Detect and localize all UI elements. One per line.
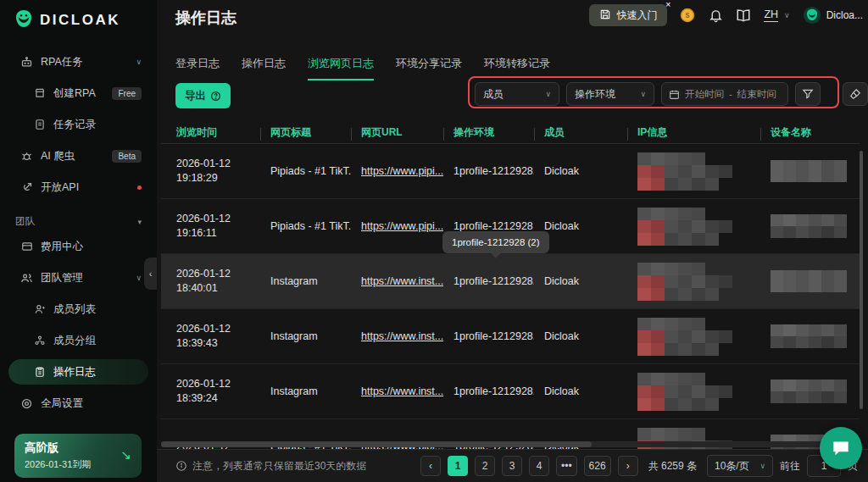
sidebar-item-team-management[interactable]: 团队管理 ∨ xyxy=(8,265,148,291)
chat-bubble-icon xyxy=(830,437,852,459)
page-button-1[interactable]: 1 xyxy=(448,456,468,476)
svg-text:$: $ xyxy=(686,11,690,19)
filter-bar: 成员 ∨ 操作环境 ∨ 开始时间 - 结束时间 xyxy=(475,82,821,106)
plan-expiry: 2026-01-31到期 xyxy=(25,458,131,471)
cell-member: Dicloak xyxy=(534,385,627,397)
bell-icon[interactable] xyxy=(708,8,723,23)
tab-browse-web-log[interactable]: 浏览网页日志 xyxy=(308,56,374,80)
sidebar-item-create-rpa[interactable]: 创建RPA Free xyxy=(8,80,148,106)
sidebar-collapse-handle[interactable]: ‹ xyxy=(144,258,157,290)
sidebar-item-label: 开放API xyxy=(41,180,132,195)
total-count: 共 6259 条 xyxy=(648,459,697,474)
clear-filters-button[interactable] xyxy=(843,82,868,106)
api-icon xyxy=(20,181,33,194)
chevron-down-icon: ∨ xyxy=(136,58,142,66)
table-row[interactable]: 2026-01-1218:39:24 Instagram https://www… xyxy=(161,364,860,419)
cell-title: Instagram xyxy=(260,275,351,287)
filter-funnel-button[interactable] xyxy=(795,82,821,106)
sidebar: DICLOAK RPA任务 ∨ 创建RPA Free 任务记录 AI 爬虫 Be… xyxy=(0,0,157,482)
page-button-626[interactable]: 626 xyxy=(584,456,611,476)
redacted-device xyxy=(771,270,860,292)
sidebar-item-open-api[interactable]: 开放API xyxy=(8,175,148,200)
sidebar-item-rpa-tasks[interactable]: RPA任务 ∨ xyxy=(8,49,148,75)
vertical-scrollbar[interactable] xyxy=(860,151,863,409)
sidebar-nav: RPA任务 ∨ 创建RPA Free 任务记录 AI 爬虫 Beta 开放API… xyxy=(0,49,157,416)
page-url-link[interactable]: https://www.pipi... xyxy=(361,220,443,232)
col-env: 操作环境 xyxy=(443,125,534,140)
sidebar-item-member-groups[interactable]: 成员分组 xyxy=(8,328,148,353)
sidebar-section-team[interactable]: 团队 ▾ xyxy=(15,215,142,228)
sidebar-item-ai-crawler[interactable]: AI 爬虫 Beta xyxy=(8,143,148,169)
sidebar-item-label: 成员分组 xyxy=(53,334,142,348)
settings-icon xyxy=(20,397,33,410)
page-button-3[interactable]: 3 xyxy=(502,456,522,476)
page-size-select[interactable]: 10条/页 ∨ xyxy=(707,455,773,477)
horizontal-scrollbar[interactable] xyxy=(161,441,856,447)
member-icon xyxy=(33,303,46,316)
page-title: 操作日志 xyxy=(175,8,236,28)
page-ellipsis[interactable]: ••• xyxy=(556,456,577,476)
chevron-down-icon: ∨ xyxy=(136,274,142,282)
sidebar-item-operation-log[interactable]: 操作日志 xyxy=(8,359,148,385)
sidebar-item-member-list[interactable]: 成员列表 xyxy=(8,296,148,322)
calendar-icon xyxy=(669,89,680,100)
next-page-button[interactable]: › xyxy=(618,456,638,476)
cell-member: Dicloak xyxy=(534,220,627,232)
beta-badge: Beta xyxy=(112,150,142,163)
end-date-placeholder: 结束时间 xyxy=(737,88,776,101)
close-icon[interactable]: × xyxy=(665,0,670,9)
date-range-picker[interactable]: 开始时间 - 结束时间 xyxy=(661,82,788,106)
cell-time: 2026-01-1219:18:29 xyxy=(161,157,260,186)
chevron-down-icon: ∨ xyxy=(640,90,646,98)
page-button-2[interactable]: 2 xyxy=(475,456,495,476)
tab-env-transfer-records[interactable]: 环境转移记录 xyxy=(484,56,550,80)
quick-start-button[interactable]: 快速入门 × xyxy=(589,4,667,26)
scrollbar-thumb[interactable] xyxy=(161,441,592,447)
page-url-link[interactable]: https://www.inst... xyxy=(361,275,443,287)
sidebar-item-task-records[interactable]: 任务记录 xyxy=(8,112,148,137)
sidebar-item-billing-center[interactable]: 费用中心 xyxy=(8,234,148,259)
col-browse-time: 浏览时间 xyxy=(161,125,260,140)
log-tabs: 登录日志 操作日志 浏览网页日志 环境分享记录 环境转移记录 xyxy=(175,56,550,80)
cell-env: 1profile-1212928... xyxy=(443,275,534,287)
col-device-name: 设备名称 xyxy=(760,125,860,140)
user-menu[interactable]: Dicloa... xyxy=(803,6,863,25)
cell-title: Pipiads - #1 TikT... xyxy=(260,165,351,177)
cell-title: Instagram xyxy=(260,330,351,342)
sidebar-item-label: 全局设置 xyxy=(41,396,142,411)
table-row[interactable]: 2026-01-1218:39:43 Instagram https://www… xyxy=(161,309,860,364)
member-filter-select[interactable]: 成员 ∨ xyxy=(475,82,559,106)
support-chat-button[interactable] xyxy=(820,427,862,469)
table-header-row: 浏览时间 网页标题 网页URL 操作环境 成员 IP信息 设备名称 xyxy=(161,121,860,144)
col-member: 成员 xyxy=(534,125,627,140)
coin-icon[interactable]: $ xyxy=(680,8,695,23)
export-button[interactable]: 导出 xyxy=(175,83,231,108)
cell-title: Instagram xyxy=(260,385,351,397)
user-name: Dicloa... xyxy=(826,9,863,21)
date-separator: - xyxy=(729,89,732,99)
brand-logo[interactable]: DICLOAK xyxy=(0,0,157,39)
triangle-collapse-icon: ▾ xyxy=(137,218,142,226)
table-row[interactable]: 2026-01-1219:18:29 Pipiads - #1 TikT... … xyxy=(161,144,860,199)
brush-icon xyxy=(849,88,861,100)
upgrade-plan-card[interactable]: 高阶版 2026-01-31到期 ↘ xyxy=(14,434,142,478)
table-row-hovered[interactable]: 2026-01-1218:40:01 Instagram https://www… xyxy=(161,254,860,309)
prev-page-button[interactable]: ‹ xyxy=(420,456,441,476)
cell-env: 1profile-1212928 xyxy=(443,220,534,232)
cell-time: 2026-01-1218:40:01 xyxy=(161,267,260,296)
sidebar-item-global-settings[interactable]: 全局设置 xyxy=(8,391,148,416)
plan-name: 高阶版 xyxy=(25,440,131,456)
brand-name: DICLOAK xyxy=(40,12,120,29)
tab-login-log[interactable]: 登录日志 xyxy=(175,56,220,80)
page-button-4[interactable]: 4 xyxy=(529,456,549,476)
page-url-link[interactable]: https://www.inst... xyxy=(361,385,443,397)
col-page-title: 网页标题 xyxy=(260,125,351,140)
language-selector[interactable]: ZH ∨ xyxy=(764,8,789,22)
book-icon[interactable] xyxy=(736,8,751,23)
env-filter-select[interactable]: 操作环境 ∨ xyxy=(566,82,654,106)
page-url-link[interactable]: https://www.inst... xyxy=(361,330,443,342)
tab-env-share-records[interactable]: 环境分享记录 xyxy=(396,56,462,80)
tab-operation-log[interactable]: 操作日志 xyxy=(242,56,286,80)
page-url-link[interactable]: https://www.pipi... xyxy=(361,165,443,177)
env-filter-label: 操作环境 xyxy=(575,87,615,102)
